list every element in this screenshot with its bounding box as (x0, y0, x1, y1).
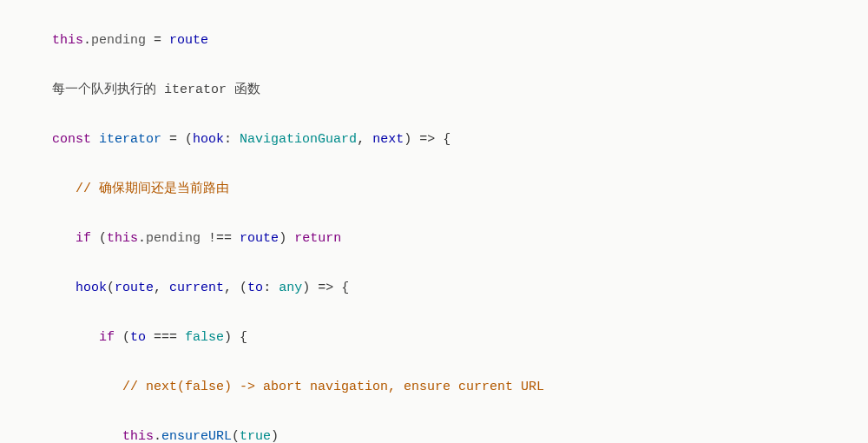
ident-hook: hook (76, 281, 107, 295)
ident-to: to (130, 330, 146, 345)
type-navigationguard: NavigationGuard (240, 132, 357, 147)
ident-current: current (169, 281, 224, 295)
keyword-const: const (52, 132, 91, 147)
keyword-if: if (76, 231, 91, 246)
keyword-this: this (122, 429, 154, 444)
code-line: // next(false) -> abort navigation, ensu… (52, 375, 816, 400)
keyword-if: if (99, 330, 115, 345)
param-to: to (247, 281, 263, 295)
param-hook: hook (193, 132, 224, 147)
ident-iterator: iterator (99, 132, 161, 147)
ident-route: route (169, 33, 208, 48)
type-any: any (279, 281, 302, 295)
code-line: // 确保期间还是当前路由 (52, 177, 816, 202)
code-line: this.pending = route (52, 29, 816, 54)
method-ensureurl: ensureURL (161, 429, 232, 444)
code-line: const iterator = (hook: NavigationGuard,… (52, 128, 816, 153)
code-line: this.ensureURL(true) (52, 425, 816, 444)
literal-false: false (185, 330, 224, 345)
comment: // next(false) -> abort navigation, ensu… (122, 380, 544, 394)
code-line: if (to === false) { (52, 326, 816, 351)
ident-route: route (240, 231, 279, 246)
literal-true: true (240, 429, 271, 444)
code-block: this.pending = route 每一个队列执行的 iterator 函… (0, 0, 868, 443)
comment: // 确保期间还是当前路由 (76, 182, 229, 196)
ident-route: route (115, 281, 154, 295)
code-line: if (this.pending !== route) return (52, 227, 816, 252)
property-pending: pending (146, 231, 201, 246)
doc-text: 每一个队列执行的 iterator 函数 (52, 78, 816, 103)
keyword-return: return (294, 231, 341, 246)
param-next: next (372, 132, 404, 147)
keyword-this: this (52, 33, 83, 48)
code-line: hook(route, current, (to: any) => { (52, 276, 816, 301)
property-pending: pending (91, 33, 146, 48)
keyword-this: this (107, 231, 138, 246)
